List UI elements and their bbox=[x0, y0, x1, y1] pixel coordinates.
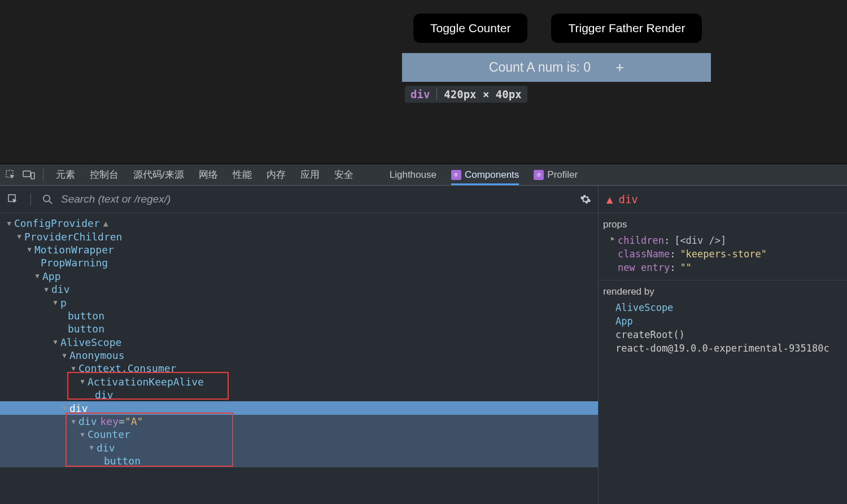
tab-network[interactable]: 网络 bbox=[199, 164, 218, 185]
tree-node[interactable]: ▼Anonymous bbox=[0, 349, 598, 362]
svg-rect-2 bbox=[31, 173, 34, 179]
caret-down-icon[interactable]: ▼ bbox=[6, 220, 12, 227]
tree-node[interactable]: ▼AliveScope bbox=[0, 336, 598, 349]
element-name: button bbox=[68, 310, 104, 322]
caret-down-icon[interactable]: ▼ bbox=[43, 286, 50, 293]
caret-down-icon[interactable]: ▼ bbox=[79, 431, 86, 439]
section-title: props bbox=[603, 219, 842, 230]
tree-node[interactable]: button bbox=[0, 309, 598, 322]
rendered-link[interactable]: AliveScope bbox=[615, 302, 673, 313]
prop-key: className bbox=[618, 248, 670, 260]
components-panel: ▼ConfigProvider▲ ▼ProviderChildren ▼Moti… bbox=[0, 186, 847, 504]
attr-key: key bbox=[101, 415, 119, 427]
tab-console[interactable]: 控制台 bbox=[90, 164, 119, 185]
select-element-icon[interactable] bbox=[7, 193, 19, 205]
tree-node[interactable]: button bbox=[0, 454, 598, 467]
inspect-element-icon[interactable] bbox=[5, 169, 17, 181]
caret-down-icon[interactable]: ▼ bbox=[26, 246, 33, 253]
rendered-link[interactable]: App bbox=[615, 315, 633, 327]
dimension-separator bbox=[436, 89, 437, 100]
tab-security[interactable]: 安全 bbox=[334, 164, 353, 185]
toggle-counter-button[interactable]: Toggle Counter bbox=[413, 14, 527, 43]
tree-node[interactable]: ▼ConfigProvider▲ bbox=[0, 217, 598, 230]
caret-down-icon[interactable]: ▼ bbox=[79, 378, 86, 385]
app-viewport: Toggle Counter Trigger Father Render Cou… bbox=[0, 0, 847, 164]
tab-memory[interactable]: 内存 bbox=[267, 164, 286, 185]
tree-node[interactable]: button bbox=[0, 322, 598, 335]
caret-down-icon[interactable]: ▼ bbox=[88, 444, 95, 452]
prop-row-new[interactable]: new entry:"" bbox=[603, 261, 842, 274]
tree-node[interactable]: ▼MotionWrapper bbox=[0, 243, 598, 256]
props-section: props ▶children:[<div />] className:"kee… bbox=[599, 213, 847, 281]
device-toggle-icon[interactable] bbox=[23, 169, 35, 181]
prop-value: [<div />] bbox=[674, 235, 726, 246]
attr-equals: = bbox=[119, 415, 125, 427]
prop-row[interactable]: className:"keepers-store" bbox=[603, 247, 842, 261]
caret-down-icon[interactable]: ▼ bbox=[34, 272, 41, 280]
tree-node[interactable]: ▼div bbox=[0, 283, 598, 296]
count-text: Count A num is: 0 bbox=[489, 60, 591, 75]
caret-down-icon[interactable]: ▼ bbox=[70, 365, 77, 372]
component-name: PropWarning bbox=[41, 257, 108, 269]
tab-components[interactable]: ⚛ Components bbox=[451, 164, 519, 185]
settings-gear-icon[interactable] bbox=[580, 194, 591, 205]
react-icon: ⚛ bbox=[451, 170, 461, 180]
warning-triangle-icon: ▲ bbox=[606, 193, 613, 205]
caret-down-icon[interactable]: ▼ bbox=[16, 233, 23, 240]
search-icon bbox=[42, 194, 53, 205]
tree-node[interactable]: ▼divkey="A" bbox=[0, 415, 598, 428]
caret-down-icon[interactable]: ▼ bbox=[52, 338, 59, 346]
tab-profiler[interactable]: ⚛ Profiler bbox=[534, 164, 578, 185]
prop-key: children bbox=[618, 235, 664, 246]
increment-button[interactable]: + bbox=[615, 59, 624, 76]
props-pane: ▲ div props ▶children:[<div />] classNam… bbox=[599, 186, 847, 504]
tree-node-selected[interactable]: ▼div bbox=[0, 401, 598, 414]
svg-rect-1 bbox=[23, 171, 30, 177]
dimension-text: 420px × 40px bbox=[444, 88, 521, 100]
tree-node[interactable]: ▼div bbox=[0, 441, 598, 454]
section-title: rendered by bbox=[603, 286, 842, 297]
react-icon: ⚛ bbox=[534, 170, 544, 180]
app-button-row: Toggle Counter Trigger Father Render bbox=[413, 14, 702, 43]
tab-application[interactable]: 应用 bbox=[300, 164, 320, 185]
search-wrap bbox=[42, 193, 571, 205]
component-name: ConfigProvider bbox=[14, 217, 100, 229]
search-input[interactable] bbox=[61, 193, 571, 205]
prop-value: "keepers-store" bbox=[680, 248, 767, 260]
caret-right-icon[interactable]: ▶ bbox=[611, 235, 618, 246]
element-name: div bbox=[78, 415, 97, 427]
component-name: Context.Consumer bbox=[78, 362, 176, 374]
tree-node[interactable]: div bbox=[0, 388, 598, 401]
devtools-tabs: 元素 控制台 源代码/来源 网络 性能 内存 应用 安全 Lighthouse … bbox=[51, 164, 578, 185]
tab-sources[interactable]: 源代码/来源 bbox=[133, 164, 184, 185]
caret-down-icon[interactable]: ▼ bbox=[70, 418, 77, 426]
prop-row[interactable]: ▶children:[<div />] bbox=[603, 234, 842, 247]
tree-node[interactable]: ▼ProviderChildren bbox=[0, 230, 598, 243]
element-name: div bbox=[95, 389, 113, 401]
tree-node[interactable]: ▼ActivationKeepAlive bbox=[0, 375, 598, 388]
rendered-by-item[interactable]: AliveScope bbox=[603, 301, 842, 314]
tree-toolbar bbox=[0, 186, 598, 213]
attr-value: "A" bbox=[125, 415, 143, 427]
selected-component-name: div bbox=[618, 193, 638, 205]
rendered-by-item[interactable]: App bbox=[603, 314, 842, 328]
rendered-by-item: createRoot() bbox=[603, 328, 842, 341]
caret-down-icon[interactable]: ▼ bbox=[52, 299, 59, 306]
tree-node[interactable]: ▼Counter bbox=[0, 428, 598, 441]
element-name: div bbox=[51, 283, 70, 295]
rendered-by-section: rendered by AliveScope App createRoot() … bbox=[599, 281, 847, 361]
caret-down-icon[interactable]: ▼ bbox=[61, 352, 68, 360]
tab-elements[interactable]: 元素 bbox=[56, 164, 75, 185]
caret-down-icon[interactable]: ▼ bbox=[61, 404, 68, 412]
tree-node[interactable]: PropWarning bbox=[0, 256, 598, 269]
tree-node[interactable]: ▼Context.Consumer bbox=[0, 362, 598, 375]
tree-node[interactable]: ▼p bbox=[0, 296, 598, 309]
tab-lighthouse[interactable]: Lighthouse bbox=[390, 164, 436, 185]
component-tree-pane: ▼ConfigProvider▲ ▼ProviderChildren ▼Moti… bbox=[0, 186, 599, 504]
trigger-father-render-button[interactable]: Trigger Father Render bbox=[551, 14, 702, 43]
tab-performance[interactable]: 性能 bbox=[233, 164, 252, 185]
tree-node[interactable]: ▼App bbox=[0, 270, 598, 283]
rendered-by-item: react-dom@19.0.0-experimental-935180c bbox=[603, 341, 842, 355]
component-name: ProviderChildren bbox=[24, 231, 122, 243]
component-tree[interactable]: ▼ConfigProvider▲ ▼ProviderChildren ▼Moti… bbox=[0, 213, 598, 504]
